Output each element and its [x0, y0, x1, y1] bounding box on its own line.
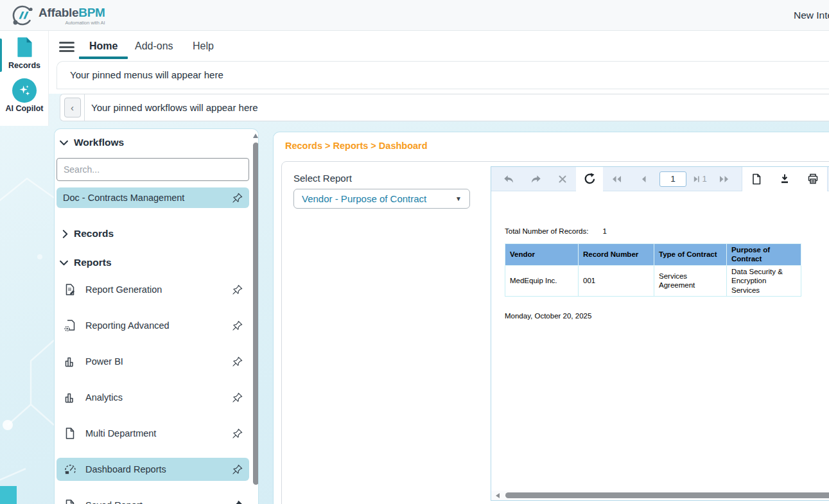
scrollbar-thumb[interactable] [505, 492, 829, 498]
pin-icon[interactable] [232, 356, 243, 367]
sidebar-item-label: Dashboard Reports [85, 464, 232, 474]
report-select-dropdown[interactable]: Vendor - Purpose of Contract ▼ [293, 189, 470, 209]
sidebar-item-analytics[interactable]: Analytics [57, 386, 249, 409]
ai-copilot-icon [12, 78, 37, 103]
page-number-input[interactable] [659, 171, 686, 187]
rail-item-label: Records [0, 61, 49, 70]
document-icon [64, 499, 77, 504]
report-viewer-toolbar: 1 [491, 167, 829, 191]
table-header-row: Vendor Record Number Type of Contract Pu… [505, 244, 801, 266]
first-page-button[interactable] [603, 167, 630, 191]
sidebar-item-label: Reporting Advanced [85, 320, 232, 331]
cancel-button[interactable] [549, 167, 576, 191]
scroll-left-arrow[interactable] [496, 493, 500, 498]
pin-icon[interactable] [232, 464, 243, 475]
tab-home[interactable]: Home [89, 39, 118, 53]
back-arrow-icon [503, 174, 515, 184]
sidebar-item-label: Saved Report [85, 500, 232, 504]
menu-bar: Home Add-ons Help Your pinned menus will… [49, 31, 829, 94]
previous-page-button[interactable] [630, 167, 657, 191]
print-layout-button[interactable] [742, 167, 771, 191]
records-section-label: Records [74, 228, 114, 239]
corner-accent [0, 486, 17, 504]
pin-icon[interactable] [232, 392, 243, 403]
total-records-label: Total Number of Records: [505, 227, 588, 235]
report-page: Total Number of Records: 1 Vendor Record… [491, 191, 829, 500]
logo-text-primary: Affable [39, 6, 78, 19]
workflows-panel: Workflows Doc - Contracts Management Rec… [54, 128, 259, 504]
pinned-workflows-bar: ‹ Your pinned workflows will appear here [60, 94, 829, 121]
top-header: AffableBPM Automation with AI New Inte [0, 0, 829, 31]
reports-section-label: Reports [74, 257, 112, 268]
rail-item-records[interactable]: Records [0, 37, 49, 70]
reports-section-toggle[interactable]: Reports [60, 256, 112, 270]
printer-icon [807, 173, 819, 184]
last-page-button[interactable] [711, 167, 738, 191]
sidebar-item-multi-department[interactable]: Multi Department [57, 422, 249, 445]
scrollbar-thumb[interactable] [253, 143, 259, 485]
sidebar-item-report-generation[interactable]: Report Generation [57, 278, 249, 301]
dashboard-icon [64, 464, 77, 476]
tab-help[interactable]: Help [193, 39, 214, 53]
sidebar-item-reporting-advanced[interactable]: Reporting Advanced [57, 314, 249, 337]
close-icon [558, 175, 567, 184]
rail-item-ai-copilot[interactable]: AI Copilot [0, 78, 49, 113]
cell-vendor: MedEquip Inc. [505, 265, 579, 296]
cell-purpose-of-contract: Data Security & Encryption Services [727, 265, 801, 296]
sidebar-item-power-bi[interactable]: Power BI [57, 350, 249, 373]
chevron-down-icon [60, 260, 68, 266]
column-header-purpose-of-contract: Purpose of Contract [727, 244, 801, 266]
report-generation-icon [64, 283, 77, 296]
left-icon-rail: Records AI Copilot [0, 31, 49, 126]
workflow-search-input[interactable] [57, 158, 249, 181]
page-total-indicator: 1 [689, 174, 711, 184]
app-logo-icon [10, 3, 35, 28]
pin-icon[interactable] [232, 320, 243, 331]
app-logo[interactable]: AffableBPM Automation with AI [10, 3, 105, 28]
print-button[interactable] [799, 167, 827, 191]
records-section-toggle[interactable]: Records [62, 227, 114, 241]
report-viewer: 1 Tot [491, 166, 829, 501]
sidebar-scrollbar[interactable] [252, 129, 259, 504]
scroll-up-arrow[interactable] [253, 134, 258, 138]
select-report-label: Select Report [293, 173, 352, 184]
horizontal-scrollbar[interactable] [491, 491, 829, 500]
workflow-item-doc-contracts-management[interactable]: Doc - Contracts Management [57, 187, 249, 208]
forward-button[interactable] [522, 167, 549, 191]
table-row: MedEquip Inc. 001 Services Agreement Dat… [505, 265, 801, 296]
cell-type-of-contract: Services Agreement [654, 265, 727, 296]
breadcrumb: Records > Reports > Dashboard [285, 141, 428, 151]
report-section-frame: Select Report Vendor - Purpose of Contra… [281, 161, 829, 504]
download-button[interactable] [771, 167, 799, 191]
reporting-advanced-icon [64, 319, 77, 332]
sidebar-item-label: Power BI [85, 356, 232, 367]
back-button[interactable] [495, 167, 522, 191]
tab-add-ons[interactable]: Add-ons [135, 39, 173, 53]
sidebar-item-label: Analytics [85, 392, 232, 403]
selected-report-value: Vendor - Purpose of Contract [302, 193, 455, 204]
page-icon [751, 173, 762, 185]
fast-forward-icon [719, 175, 729, 183]
sidebar-item-saved-report[interactable]: Saved Report [57, 494, 249, 504]
refresh-button[interactable] [576, 167, 603, 191]
hamburger-menu-icon[interactable] [59, 42, 74, 52]
chevron-down-icon: ▼ [455, 195, 462, 202]
previous-icon [640, 175, 647, 183]
rail-item-label: AI Copilot [0, 104, 49, 113]
chevron-right-icon [62, 230, 68, 238]
pin-icon[interactable] [232, 193, 243, 204]
download-icon [780, 173, 790, 184]
refresh-icon [584, 173, 596, 185]
forward-arrow-icon [530, 174, 542, 184]
records-icon [16, 37, 33, 57]
workflow-item-label: Doc - Contracts Management [63, 193, 232, 203]
pin-icon[interactable] [232, 284, 243, 295]
collapse-button[interactable]: ‹ [64, 98, 81, 117]
workflows-section-toggle[interactable]: Workflows [60, 135, 124, 150]
pin-icon[interactable] [232, 500, 243, 504]
pin-icon[interactable] [232, 428, 243, 439]
bar-chart-icon [64, 355, 77, 368]
next-page-icon [693, 175, 700, 183]
sidebar-item-label: Multi Department [85, 428, 232, 439]
sidebar-item-dashboard-reports[interactable]: Dashboard Reports [57, 458, 249, 481]
